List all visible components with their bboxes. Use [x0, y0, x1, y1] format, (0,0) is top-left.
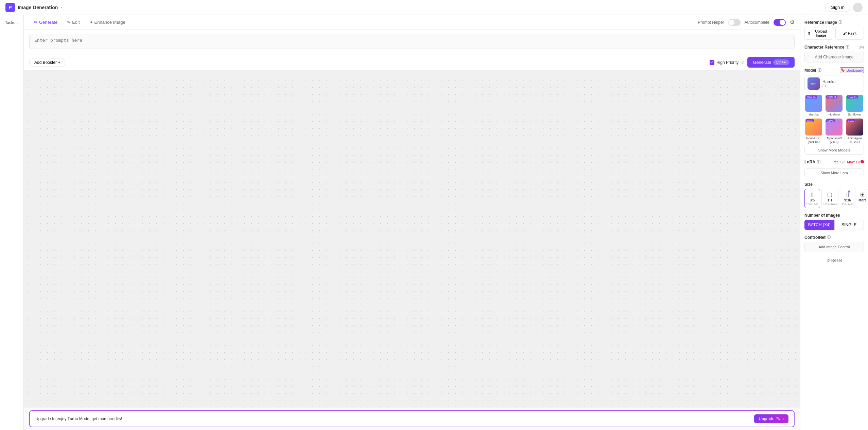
controlnet-info-icon: ⓘ: [827, 235, 831, 240]
tab-edit[interactable]: ✎ Edit: [62, 18, 84, 27]
model-item-haruka[interactable]: PixAI XL Haruka: [804, 95, 823, 117]
size-ratio-9-16: 9:16: [844, 198, 851, 202]
action-bar: Add Booster + ✓ High Priority ⓘ Generate…: [24, 54, 800, 71]
lora-section: LoRA ⓘ Free: 0/3 Max: 10 Show More Lora: [804, 159, 864, 177]
model-selected[interactable]: HAR Haruka 01: [804, 75, 864, 92]
app-title: Image Generation: [18, 5, 58, 10]
badge-haruka: PixAI XL: [806, 95, 817, 98]
prompt-area: [24, 30, 800, 54]
size-item-3-5[interactable]: ▯ 3:5 768×1280: [804, 189, 820, 208]
size-grid: ▯ 3:5 768×1280 ▢ 1:1 1024×1024 ▯ 9:16 83…: [804, 189, 864, 208]
model-item-noobai[interactable]: SDXL NoobAI-XL (NAI-XL): [804, 119, 823, 144]
model-thumb-sunflower: PixAI XL: [846, 95, 863, 112]
add-character-image-button[interactable]: Add Character Image: [804, 52, 864, 62]
character-reference-info-icon: ⓘ: [846, 44, 849, 50]
app-logo: P: [5, 3, 15, 12]
tab-generate[interactable]: ✏ Generate: [29, 18, 62, 27]
reset-button[interactable]: ↺ Reset: [804, 257, 864, 264]
model-thumb-animagine: SDXL: [846, 119, 863, 136]
avatar[interactable]: [853, 3, 863, 12]
model-thumb-haruka: PixAI XL: [805, 95, 822, 112]
prompt-input[interactable]: [29, 34, 795, 49]
banner-text: Upgrade to enjoy Turbo Mode, get more cr…: [35, 416, 122, 421]
character-reference-count: 0/4: [859, 45, 864, 49]
upload-image-button[interactable]: ⬆ Upload Image: [804, 27, 833, 40]
high-priority: ✓ High Priority ⓘ: [710, 60, 744, 65]
badge-hoshino: PixAI XL: [826, 95, 837, 98]
model-grid: PixAI XL Haruka PixAI XL Hoshino PixAI X…: [804, 95, 864, 144]
size-dims-9-16: 832×1472: [841, 203, 854, 206]
add-image-control-button[interactable]: Add Image Control: [804, 242, 864, 252]
prompt-helper-label: Prompt Helper: [698, 20, 724, 25]
edit-icon: ✎: [67, 20, 71, 25]
batch-button[interactable]: BATCH (X4): [804, 220, 834, 230]
model-selected-sub: 01: [822, 84, 836, 88]
size-item-9-16[interactable]: ▯ 9:16 832×1472: [840, 189, 855, 208]
size-dims-1-1: 1024×1024: [823, 203, 837, 206]
model-label-sunflower: Sunflower: [848, 113, 862, 117]
lora-info-icon: ⓘ: [817, 159, 820, 164]
model-label-hoshino: Hoshino: [829, 113, 840, 117]
show-more-models-button[interactable]: Show More Models: [804, 146, 864, 155]
model-item-animagine[interactable]: SDXL Animagine XL V3.1: [846, 119, 864, 144]
model-item-sunflower[interactable]: PixAI XL Sunflower: [846, 95, 864, 117]
model-item-tpony[interactable]: SDXL T-ponynai3 (v 6.5): [825, 119, 843, 144]
tab-generate-label: Generate: [39, 20, 57, 25]
size-dims-3-5: 768×1280: [806, 203, 818, 206]
breadcrumb-chevron: ›: [60, 5, 62, 10]
upgrade-button[interactable]: Upgrade Plan: [754, 414, 788, 423]
badge-sunflower: PixAI XL: [847, 95, 858, 98]
size-icon-1-1: ▢: [827, 191, 832, 198]
lora-count: Free: 0/3 Max: 10: [832, 160, 864, 164]
upload-icon: ⬆: [808, 31, 811, 36]
lora-max: Max: 10: [847, 160, 860, 164]
tasks-row[interactable]: Tasks »: [1, 18, 22, 27]
high-priority-info-icon: ⓘ: [741, 60, 744, 65]
autocomplete-label: Autocomplete: [745, 20, 769, 25]
badge-tpony: SDXL: [826, 119, 834, 122]
number-images-title: Number of images: [804, 213, 864, 218]
tasks-sidebar: Tasks »: [0, 15, 24, 430]
center-panel: ✏ Generate ✎ Edit ✦ Enhance Image Prompt…: [24, 15, 800, 430]
model-thumb-tpony: SDXL: [826, 119, 843, 136]
signin-button[interactable]: Sign in: [825, 3, 850, 12]
size-section: Size ▯ 3:5 768×1280 ▢ 1:1 1024×1024 ▯ 9:…: [804, 182, 864, 208]
add-booster-button[interactable]: Add Booster +: [29, 58, 65, 67]
reference-image-section: Reference Image ⓘ ⬆ Upload Image 🖌 Paint: [804, 20, 864, 40]
model-selected-thumb: HAR: [808, 77, 820, 90]
single-button[interactable]: SINGLE: [834, 220, 864, 230]
size-ratio-more: More: [858, 198, 867, 202]
reference-image-info-icon: ⓘ: [838, 20, 842, 25]
model-item-hoshino[interactable]: PixAI XL Hoshino: [825, 95, 843, 117]
high-priority-checkbox[interactable]: ✓: [710, 60, 714, 65]
bottom-banner: Upgrade to enjoy Turbo Mode, get more cr…: [29, 410, 795, 427]
size-item-more[interactable]: ⊞ More: [857, 189, 868, 208]
tab-enhance[interactable]: ✦ Enhance Image: [85, 18, 130, 27]
paint-button[interactable]: 🖌 Paint: [835, 27, 864, 40]
size-item-1-1[interactable]: ▢ 1:1 1024×1024: [821, 189, 838, 208]
high-priority-label: High Priority: [716, 60, 739, 65]
action-right: ✓ High Priority ⓘ Generate Ctrl+↵: [710, 57, 795, 68]
size-icon-9-16: ▯: [846, 191, 849, 198]
toolbar-right: Prompt Helper Autocomplete ⚙: [698, 19, 795, 26]
batch-buttons: BATCH (X4) SINGLE: [804, 220, 864, 230]
settings-icon[interactable]: ⚙: [790, 19, 795, 25]
reference-image-title: Reference Image ⓘ: [804, 20, 864, 25]
show-more-lora-button[interactable]: Show More Lora: [804, 168, 864, 177]
model-label-haruka: Haruka: [809, 113, 819, 117]
lora-title: LoRA ⓘ: [804, 159, 820, 164]
size-dot-icon: [848, 191, 850, 193]
tasks-label: Tasks: [5, 20, 15, 25]
size-ratio-3-5: 3:5: [810, 198, 815, 202]
bookmark-icon: 🔖: [840, 68, 845, 72]
prompt-helper-toggle[interactable]: [728, 19, 741, 26]
autocomplete-toggle[interactable]: [774, 19, 786, 26]
character-reference-section: Character Reference ⓘ 0/4 Add Character …: [804, 44, 864, 62]
toolbar: ✏ Generate ✎ Edit ✦ Enhance Image Prompt…: [24, 15, 800, 30]
topbar-left: P Image Generation ›: [5, 3, 62, 12]
generate-button[interactable]: Generate Ctrl+↵: [747, 57, 795, 68]
bookmark-button[interactable]: 🔖 Bookmark: [840, 67, 864, 73]
model-section: Model ⓘ 🔖 Bookmark HAR Haruka 01: [804, 67, 864, 155]
paint-icon: 🖌: [843, 31, 847, 35]
model-info-icon: ⓘ: [818, 68, 821, 73]
